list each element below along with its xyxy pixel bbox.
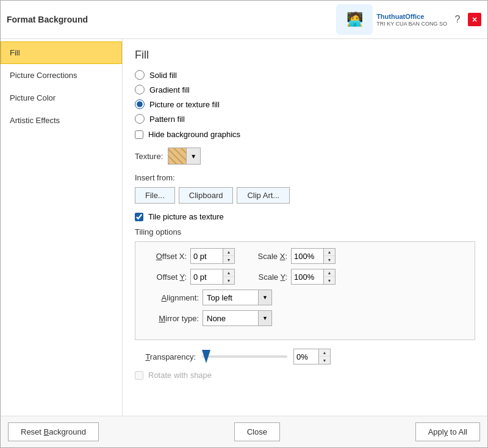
tile-picture-row: Tile picture as texture bbox=[135, 212, 475, 221]
transparency-slider-thumb[interactable] bbox=[202, 350, 210, 363]
reset-background-button[interactable]: Reset Background bbox=[8, 422, 99, 441]
file-button[interactable]: File... bbox=[135, 187, 175, 204]
solid-fill-option[interactable]: Solid fill bbox=[135, 70, 475, 80]
scale-x-spinbox: ▲ ▼ bbox=[291, 248, 336, 264]
transparency-slider-track bbox=[202, 355, 287, 358]
sidebar-item-picture-color-label: Picture Color bbox=[10, 93, 56, 102]
solid-fill-radio[interactable] bbox=[135, 70, 145, 80]
mirror-type-select[interactable]: None Horizontal Vertical Both bbox=[203, 311, 258, 325]
alignment-dropdown-arrow[interactable]: ▼ bbox=[258, 290, 271, 305]
logo-text-area: ThuthuatOffice TRI KY CUA BAN CONG SO bbox=[376, 12, 447, 27]
fill-section-title: Fill bbox=[135, 49, 475, 62]
scale-x-field: Scale X: ▲ ▼ bbox=[245, 248, 336, 264]
main-content: Fill Picture Corrections Picture Color A… bbox=[1, 39, 487, 416]
scale-y-input[interactable] bbox=[292, 269, 323, 284]
offset-y-input[interactable] bbox=[191, 269, 223, 284]
picture-texture-fill-radio[interactable] bbox=[135, 99, 145, 109]
offset-x-label: Offset X: bbox=[144, 252, 187, 261]
logo-text: ThuthuatOffice bbox=[376, 12, 447, 21]
scale-x-input[interactable] bbox=[292, 249, 323, 263]
rotate-with-shape-label: Rotate with shape bbox=[148, 371, 212, 380]
transparency-slider-container bbox=[202, 355, 287, 358]
offset-y-down-arrow[interactable]: ▼ bbox=[223, 277, 234, 284]
tiling-options-label: Tiling options bbox=[135, 227, 475, 236]
content-area: Fill Solid fill Gradient fill Picture or… bbox=[123, 39, 487, 416]
picture-texture-fill-label: Picture or texture fill bbox=[149, 100, 220, 109]
sidebar: Fill Picture Corrections Picture Color A… bbox=[1, 39, 123, 416]
offset-x-up-arrow[interactable]: ▲ bbox=[223, 249, 234, 256]
offset-y-spinbox: ▲ ▼ bbox=[190, 269, 235, 285]
scale-y-up-arrow[interactable]: ▲ bbox=[324, 269, 335, 277]
scale-x-up-arrow[interactable]: ▲ bbox=[324, 249, 335, 256]
scale-y-field: Scale Y: ▲ ▼ bbox=[245, 269, 336, 285]
transparency-row: Transparency: ▲ ▼ bbox=[135, 349, 475, 364]
title-bar-right: 🧑‍💻 ThuthuatOffice TRI KY CUA BAN CONG S… bbox=[336, 4, 481, 35]
apply-to-all-label: Apply to All bbox=[428, 427, 467, 436]
scale-y-down-arrow[interactable]: ▼ bbox=[324, 277, 335, 284]
sidebar-item-artistic-effects[interactable]: Artistic Effects bbox=[1, 109, 122, 132]
scale-y-label: Scale Y: bbox=[245, 272, 287, 282]
transparency-label: Transparency: bbox=[135, 352, 196, 361]
transparency-percent-spinbox: ▲ ▼ bbox=[293, 349, 331, 364]
offset-x-down-arrow[interactable]: ▼ bbox=[223, 256, 234, 263]
sidebar-item-fill-label: Fill bbox=[10, 48, 20, 57]
texture-label: Texture: bbox=[135, 152, 163, 161]
offset-x-spinbox: ▲ ▼ bbox=[190, 248, 235, 264]
pattern-fill-label: Pattern fill bbox=[149, 115, 185, 124]
tile-picture-label: Tile picture as texture bbox=[148, 212, 224, 221]
alignment-select[interactable]: Top left Top center Top right Middle lef… bbox=[203, 290, 258, 305]
scale-x-down-arrow[interactable]: ▼ bbox=[324, 256, 335, 263]
offset-x-arrows: ▲ ▼ bbox=[223, 249, 234, 263]
tiling-row-2: Offset Y: ▲ ▼ Scale Y: bbox=[144, 269, 466, 285]
rotate-with-shape-checkbox[interactable] bbox=[135, 371, 143, 380]
pattern-fill-radio[interactable] bbox=[135, 114, 145, 124]
close-dialog-button[interactable]: Close bbox=[234, 422, 280, 441]
footer: Reset Background Close Apply to All bbox=[1, 416, 487, 447]
mirror-type-dropdown[interactable]: None Horizontal Vertical Both ▼ bbox=[203, 310, 272, 326]
texture-row: Texture: ▼ bbox=[135, 148, 475, 165]
mirror-type-dropdown-arrow[interactable]: ▼ bbox=[258, 311, 271, 325]
gradient-fill-label: Gradient fill bbox=[149, 85, 190, 94]
apply-to-all-button[interactable]: Apply to All bbox=[415, 422, 480, 441]
logo-area: 🧑‍💻 ThuthuatOffice TRI KY CUA BAN CONG S… bbox=[336, 4, 447, 35]
tile-picture-checkbox[interactable] bbox=[135, 213, 143, 221]
offset-y-up-arrow[interactable]: ▲ bbox=[223, 269, 234, 277]
mirror-type-row: Mirror type: None Horizontal Vertical Bo… bbox=[144, 310, 466, 326]
tiling-options-container: Tiling options Offset X: ▲ ▼ bbox=[135, 227, 475, 340]
title-bar: Format Background 🧑‍💻 ThuthuatOffice TRI… bbox=[1, 1, 487, 39]
gradient-fill-option[interactable]: Gradient fill bbox=[135, 85, 475, 94]
offset-x-input[interactable] bbox=[191, 249, 223, 263]
sidebar-item-picture-corrections[interactable]: Picture Corrections bbox=[1, 64, 122, 87]
transparency-down-arrow[interactable]: ▼ bbox=[319, 357, 330, 364]
picture-texture-fill-option[interactable]: Picture or texture fill bbox=[135, 99, 475, 109]
hide-background-label: Hide background graphics bbox=[148, 130, 240, 139]
close-button[interactable]: × bbox=[468, 13, 481, 26]
reset-background-label: Reset Background bbox=[21, 427, 86, 436]
hide-background-option[interactable]: Hide background graphics bbox=[135, 130, 475, 139]
transparency-up-arrow[interactable]: ▲ bbox=[319, 349, 330, 357]
solid-fill-label: Solid fill bbox=[149, 71, 177, 80]
help-button[interactable]: ? bbox=[451, 13, 464, 26]
tiling-row-1: Offset X: ▲ ▼ Scale X: bbox=[144, 248, 466, 264]
sidebar-item-picture-color[interactable]: Picture Color bbox=[1, 87, 122, 109]
pattern-fill-option[interactable]: Pattern fill bbox=[135, 114, 475, 124]
offset-x-field: Offset X: ▲ ▼ bbox=[144, 248, 235, 264]
scale-x-label: Scale X: bbox=[245, 252, 287, 261]
sidebar-item-fill[interactable]: Fill bbox=[1, 41, 122, 64]
rotate-with-shape-row: Rotate with shape bbox=[135, 371, 475, 380]
transparency-percent-input[interactable] bbox=[294, 349, 318, 364]
texture-picker-button[interactable]: ▼ bbox=[168, 148, 201, 165]
alignment-label: Alignment: bbox=[144, 293, 199, 302]
alignment-row: Alignment: Top left Top center Top right… bbox=[144, 290, 466, 305]
gradient-fill-radio[interactable] bbox=[135, 85, 145, 94]
fill-radio-group: Solid fill Gradient fill Picture or text… bbox=[135, 70, 475, 124]
clip-art-button[interactable]: Clip Art... bbox=[237, 187, 290, 204]
clipboard-button[interactable]: Clipboard bbox=[179, 187, 234, 204]
mirror-type-label: Mirror type: bbox=[144, 314, 199, 323]
offset-y-label: Offset Y: bbox=[144, 272, 187, 282]
logo-subtext: TRI KY CUA BAN CONG SO bbox=[376, 21, 447, 27]
hide-background-checkbox[interactable] bbox=[135, 130, 143, 139]
texture-dropdown-arrow: ▼ bbox=[187, 148, 200, 164]
footer-left-buttons: Reset Background bbox=[8, 422, 99, 441]
alignment-dropdown[interactable]: Top left Top center Top right Middle lef… bbox=[203, 290, 272, 305]
